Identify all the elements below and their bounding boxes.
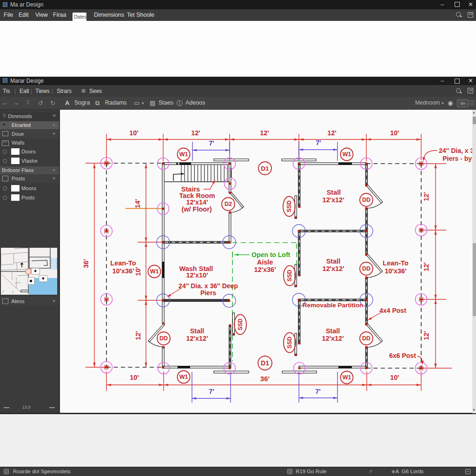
svg-text:24″ Dia. x 36″ Deep: 24″ Dia. x 36″ Deep <box>178 282 238 290</box>
svg-text:SSD: SSD <box>286 337 293 349</box>
svg-text:12'x12': 12'x12' <box>322 335 344 342</box>
svg-text:SSD: SSD <box>286 200 292 212</box>
svg-text:Piers: Piers <box>200 289 216 297</box>
svg-text:Stall: Stall <box>326 327 340 335</box>
svg-text:7': 7' <box>209 388 214 395</box>
svg-text:12'x14': 12'x14' <box>186 198 208 206</box>
svg-text:12': 12' <box>134 331 142 340</box>
svg-text:10': 10' <box>390 374 399 381</box>
svg-text:12': 12' <box>191 129 200 137</box>
svg-text:DD: DD <box>362 335 370 342</box>
svg-text:7': 7' <box>316 139 321 146</box>
svg-text:6x6 Post: 6x6 Post <box>389 352 416 359</box>
svg-text:12'x12': 12'x12' <box>322 265 344 272</box>
svg-text:36': 36' <box>260 375 270 383</box>
svg-text:12'x12': 12'x12' <box>322 196 344 204</box>
svg-text:D1: D1 <box>261 165 269 172</box>
svg-text:10': 10' <box>130 374 139 381</box>
svg-text:10'x36': 10'x36' <box>112 267 134 275</box>
svg-text:12'x10': 12'x10' <box>186 271 208 279</box>
svg-text:12': 12' <box>423 262 430 271</box>
svg-text:W1: W1 <box>179 374 188 380</box>
svg-text:10'x36': 10'x36' <box>384 267 406 275</box>
svg-text:10': 10' <box>390 129 399 137</box>
svg-text:12': 12' <box>260 129 269 137</box>
svg-text:10': 10' <box>129 129 139 137</box>
svg-text:Piers - by C: Piers - by C <box>443 155 476 162</box>
svg-text:W1: W1 <box>343 374 351 381</box>
svg-text:Stall: Stall <box>327 189 341 196</box>
svg-text:DD: DD <box>159 335 168 342</box>
svg-text:Aisle: Aisle <box>257 258 273 266</box>
svg-text:SSD: SSD <box>237 318 244 331</box>
svg-text:SSD: SSD <box>286 270 293 282</box>
svg-text:10': 10' <box>134 267 142 276</box>
svg-text:Lean-To: Lean-To <box>110 259 136 267</box>
svg-text:36': 36' <box>82 259 90 268</box>
svg-text:Stall: Stall <box>190 327 205 335</box>
svg-text:7': 7' <box>209 139 214 147</box>
svg-text:24″ Dia, x 36″: 24″ Dia, x 36″ <box>439 147 476 154</box>
svg-text:12'x12': 12'x12' <box>186 335 208 342</box>
svg-text:D1: D1 <box>261 359 269 367</box>
svg-text:DD: DD <box>362 197 370 203</box>
svg-text:12': 12' <box>423 192 430 201</box>
svg-text:Stall: Stall <box>326 258 341 265</box>
svg-text:D2: D2 <box>225 201 232 207</box>
svg-text:DD: DD <box>362 265 370 272</box>
svg-text:12'x36': 12'x36' <box>254 266 276 273</box>
svg-text:Removable Partition: Removable Partition <box>303 302 364 309</box>
svg-text:7': 7' <box>315 388 321 395</box>
svg-text:12': 12' <box>423 331 430 340</box>
svg-text:W1: W1 <box>150 268 159 275</box>
svg-text:Lean-To: Lean-To <box>383 259 408 267</box>
svg-text:12': 12' <box>327 129 337 137</box>
svg-text:4x4 Post: 4x4 Post <box>379 307 406 314</box>
svg-text:14': 14' <box>134 199 141 208</box>
svg-text:(w/ Floor): (w/ Floor) <box>181 205 212 213</box>
svg-text:W1: W1 <box>343 151 351 158</box>
svg-text:Open to Loft: Open to Loft <box>251 251 291 258</box>
svg-text:W1: W1 <box>179 151 188 158</box>
